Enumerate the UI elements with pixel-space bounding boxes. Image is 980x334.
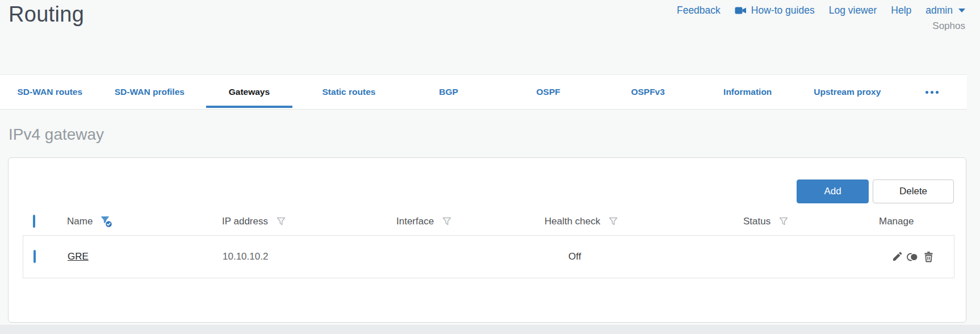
tab-ospf[interactable]: OSPF [499,75,598,109]
clone-button[interactable] [907,252,919,262]
tab-bgp[interactable]: BGP [399,75,499,109]
tab-gateways[interactable]: Gateways [199,75,299,109]
table-row: GRE 10.10.10.2 Off [23,235,954,278]
ellipsis-icon [931,91,933,94]
delete-button[interactable]: Delete [873,179,954,203]
tab-sdwan-routes[interactable]: SD-WAN routes [0,75,100,109]
page-header: Routing Feedback How-to guides Log viewe… [0,0,980,74]
row-checkbox[interactable] [33,250,36,263]
howto-guides-link[interactable]: How-to guides [735,5,815,16]
log-viewer-link[interactable]: Log viewer [829,5,877,16]
pencil-icon [891,251,903,262]
add-button[interactable]: Add [797,179,869,203]
gateway-health-check: Off [534,251,680,262]
tab-ospfv3[interactable]: OSPFv3 [598,75,698,109]
ellipsis-icon [925,91,928,94]
section-title: IPv4 gateway [9,126,104,144]
howto-guides-label: How-to guides [751,5,815,16]
gateway-ip-address: 10.10.10.2 [212,251,387,262]
column-header-ip-address: IP address [222,216,268,227]
routing-tab-bar: SD-WAN routes SD-WAN profiles Gateways S… [0,74,967,110]
page-title: Routing [9,2,84,27]
tab-sdwan-profiles[interactable]: SD-WAN profiles [100,75,200,109]
edit-button[interactable] [891,251,903,262]
filter-icon[interactable] [441,215,453,228]
column-header-status: Status [743,216,770,227]
table-header: Name IP address Interface [23,210,954,233]
admin-label: admin [925,5,953,16]
column-header-name: Name [67,216,93,227]
help-link[interactable]: Help [891,5,911,16]
chevron-down-icon [958,9,965,12]
column-header-manage: Manage [879,216,914,227]
tab-upstream-proxy[interactable]: Upstream proxy [798,75,898,109]
ellipsis-icon [936,91,939,94]
admin-menu[interactable]: admin [925,5,965,16]
trash-icon [923,251,934,262]
delete-row-button[interactable] [923,251,934,262]
filter-icon[interactable] [777,215,790,228]
brand-label: Sophos [677,20,965,32]
toolbar: Add Delete [797,179,954,203]
select-all-checkbox[interactable] [33,215,35,228]
column-header-interface: Interface [396,216,434,227]
header-right: Feedback How-to guides Log viewer Help a… [677,5,965,32]
feedback-link[interactable]: Feedback [677,5,721,16]
gateway-card: Add Delete Name IP address Int [8,157,966,323]
footer-band [0,325,980,334]
column-header-health-check: Health check [545,216,600,227]
header-links: Feedback How-to guides Log viewer Help a… [677,5,965,16]
gateway-name-link[interactable]: GRE [68,251,89,262]
filter-icon[interactable] [607,215,619,228]
tab-static-routes[interactable]: Static routes [299,75,399,109]
manage-actions [847,251,954,262]
filter-icon[interactable] [275,215,287,228]
tab-more[interactable] [897,75,967,109]
clone-icon [907,252,919,262]
tab-information[interactable]: Information [698,75,798,109]
video-camera-icon [735,6,747,15]
filter-active-icon[interactable] [99,215,113,228]
